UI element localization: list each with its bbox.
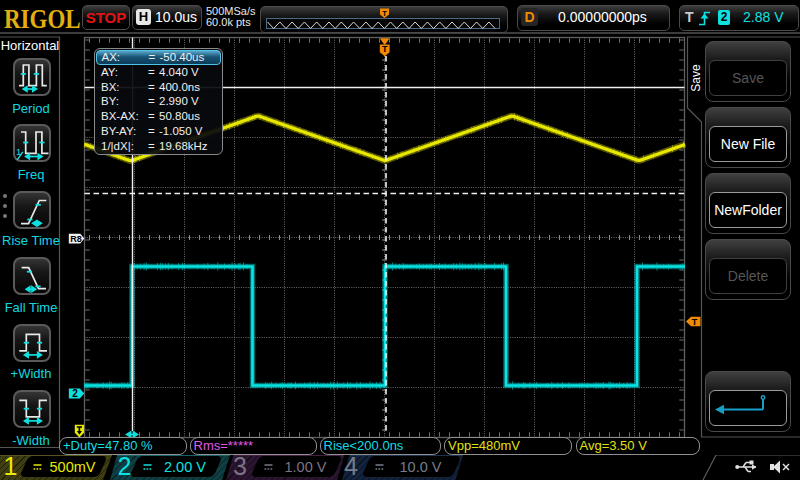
svg-text:T: T (382, 9, 387, 18)
svg-text:T: T (382, 44, 388, 54)
svg-text:R8: R8 (70, 234, 82, 244)
svg-text:2: 2 (72, 388, 78, 399)
svg-text:T: T (692, 317, 698, 327)
